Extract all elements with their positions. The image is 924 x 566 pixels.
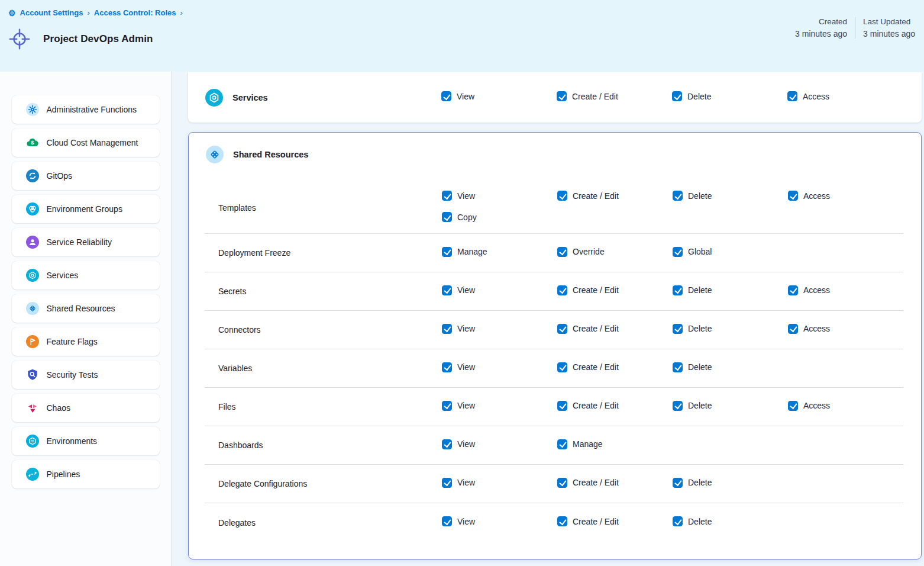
permission-label: View	[457, 401, 475, 410]
checkbox-checked-icon[interactable]	[442, 516, 452, 526]
sidebar-item-feature-flags[interactable]: Feature Flags	[12, 327, 160, 356]
permission-label: Create / Edit	[573, 191, 619, 201]
checkbox-checked-icon[interactable]	[442, 212, 452, 222]
permission-access[interactable]: Access	[787, 91, 829, 101]
checkbox-checked-icon[interactable]	[673, 324, 683, 334]
permission-manage[interactable]: Manage	[557, 439, 603, 449]
permission-delete[interactable]: Delete	[673, 285, 712, 295]
checkbox-checked-icon[interactable]	[673, 247, 683, 257]
checkbox-checked-icon[interactable]	[442, 478, 452, 488]
sidebar-item-security-tests[interactable]: Security Tests	[12, 361, 160, 389]
permission-view[interactable]: View	[442, 362, 475, 372]
shared-resources-icon	[206, 146, 224, 163]
checkbox-checked-icon[interactable]	[557, 324, 567, 334]
checkbox-checked-icon[interactable]	[442, 247, 452, 257]
permission-label: View	[457, 324, 475, 333]
permission-label: Create / Edit	[573, 285, 619, 295]
breadcrumb-link-account-settings[interactable]: Account Settings	[20, 8, 83, 17]
checkbox-checked-icon[interactable]	[788, 324, 798, 334]
checkbox-checked-icon[interactable]	[673, 191, 683, 201]
sidebar-item-shared-resources[interactable]: Shared Resources	[12, 294, 160, 323]
checkbox-checked-icon[interactable]	[442, 191, 452, 201]
checkbox-checked-icon[interactable]	[788, 401, 798, 411]
permission-create-edit[interactable]: Create / Edit	[557, 285, 619, 295]
permission-create-edit[interactable]: Create / Edit	[557, 401, 619, 411]
checkbox-checked-icon[interactable]	[673, 285, 683, 295]
permission-delete[interactable]: Delete	[673, 478, 712, 488]
permission-lines: ViewCreate / EditDeleteAccessCopy	[442, 182, 903, 233]
permission-access[interactable]: Access	[788, 401, 830, 411]
sidebar-item-services[interactable]: Services	[12, 261, 160, 290]
permission-delete[interactable]: Delete	[673, 191, 712, 201]
permission-access[interactable]: Access	[788, 285, 830, 295]
checkbox-checked-icon[interactable]	[673, 362, 683, 372]
permission-create-edit[interactable]: Create / Edit	[557, 478, 619, 488]
sidebar-item-chaos[interactable]: Chaos	[12, 394, 160, 422]
checkbox-checked-icon[interactable]	[442, 362, 452, 372]
permission-view[interactable]: View	[442, 191, 475, 201]
permission-lines: ViewCreate / EditDeleteAccess	[442, 392, 903, 422]
permission-delete[interactable]: Delete	[673, 324, 712, 334]
permission-view[interactable]: View	[442, 285, 475, 295]
checkbox-checked-icon[interactable]	[788, 191, 798, 201]
checkbox-checked-icon[interactable]	[441, 91, 451, 101]
permission-view[interactable]: View	[442, 439, 475, 449]
permission-cell: Create / Edit	[557, 401, 673, 413]
permission-create-edit[interactable]: Create / Edit	[557, 516, 619, 526]
checkbox-checked-icon[interactable]	[787, 91, 797, 101]
checkbox-checked-icon[interactable]	[557, 362, 567, 372]
permission-view[interactable]: View	[441, 91, 474, 101]
permission-delete[interactable]: Delete	[672, 91, 711, 101]
permission-cell: Access	[788, 401, 903, 413]
permission-delete[interactable]: Delete	[673, 362, 712, 372]
checkbox-checked-icon[interactable]	[557, 478, 567, 488]
checkbox-checked-icon[interactable]	[673, 401, 683, 411]
permission-view[interactable]: View	[442, 401, 475, 411]
permission-view[interactable]: View	[442, 324, 475, 334]
sidebar-item-environment-groups[interactable]: Environment Groups	[12, 195, 160, 223]
permission-manage[interactable]: Manage	[442, 247, 487, 257]
permission-row-delegates: DelegatesViewCreate / EditDelete	[205, 503, 903, 542]
checkbox-checked-icon[interactable]	[557, 91, 567, 101]
checkbox-checked-icon[interactable]	[673, 516, 683, 526]
permission-create-edit[interactable]: Create / Edit	[557, 362, 619, 372]
checkbox-checked-icon[interactable]	[442, 285, 452, 295]
permission-global[interactable]: Global	[673, 247, 712, 257]
permission-access[interactable]: Access	[788, 324, 830, 334]
permission-delete[interactable]: Delete	[673, 516, 712, 526]
permission-cell: Delete	[672, 91, 787, 104]
permission-copy[interactable]: Copy	[442, 212, 477, 222]
checkbox-checked-icon[interactable]	[442, 401, 452, 411]
checkbox-checked-icon[interactable]	[673, 478, 683, 488]
permission-line: ViewCreate / EditDelete	[442, 516, 788, 529]
checkbox-checked-icon[interactable]	[557, 285, 567, 295]
permission-view[interactable]: View	[442, 478, 475, 488]
checkbox-checked-icon[interactable]	[557, 401, 567, 411]
permission-cell: Access	[788, 285, 903, 298]
checkbox-checked-icon[interactable]	[557, 439, 567, 449]
checkbox-checked-icon[interactable]	[557, 191, 567, 201]
permission-override[interactable]: Override	[557, 247, 605, 257]
permission-label: Delete	[688, 478, 712, 487]
sidebar-item-environments[interactable]: Environments	[12, 427, 160, 455]
checkbox-checked-icon[interactable]	[557, 516, 567, 526]
permission-create-edit[interactable]: Create / Edit	[557, 324, 619, 334]
sidebar-item-gitops[interactable]: GitOps	[12, 162, 160, 190]
permission-view[interactable]: View	[442, 516, 475, 526]
permission-create-edit[interactable]: Create / Edit	[557, 191, 619, 201]
sidebar-item-administrative-functions[interactable]: Administrative Functions	[12, 95, 160, 124]
sidebar-item-service-reliability[interactable]: Service Reliability	[12, 228, 160, 256]
permission-create-edit[interactable]: Create / Edit	[557, 91, 618, 101]
checkbox-checked-icon[interactable]	[442, 439, 452, 449]
permission-cell: Create / Edit	[557, 362, 673, 375]
sidebar-item-pipelines[interactable]: Pipelines	[12, 460, 160, 488]
permission-label: Create / Edit	[572, 92, 618, 101]
checkbox-checked-icon[interactable]	[442, 324, 452, 334]
checkbox-checked-icon[interactable]	[557, 247, 567, 257]
sidebar-item-cloud-cost-management[interactable]: $Cloud Cost Management	[12, 128, 160, 157]
permission-access[interactable]: Access	[788, 191, 830, 201]
breadcrumb-link-access-control-roles[interactable]: Access Control: Roles	[94, 8, 176, 17]
checkbox-checked-icon[interactable]	[672, 91, 682, 101]
checkbox-checked-icon[interactable]	[788, 285, 798, 295]
permission-delete[interactable]: Delete	[673, 401, 712, 411]
